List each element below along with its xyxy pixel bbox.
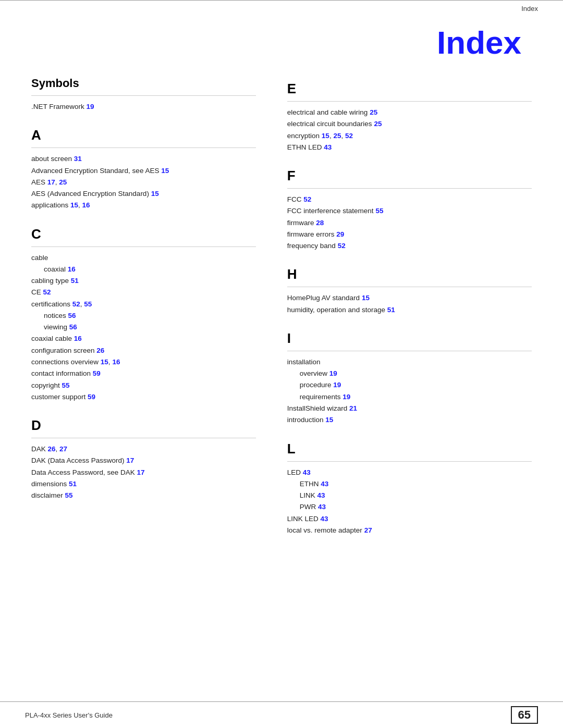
entry-notices: notices 56 (31, 310, 256, 322)
entry-humidity: humidity, operation and storage 51 (287, 304, 532, 316)
entry-frequency-band: frequency band 52 (287, 240, 532, 252)
entry-cabling-type: cabling type 51 (31, 275, 256, 287)
entry-local-remote: local vs. remote adapter 27 (287, 525, 532, 536)
entry-certifications: certifications 52, 55 (31, 299, 256, 310)
main-content: Symbols .NET Framework 19 A about screen… (0, 66, 563, 539)
entry-firmware-errors: firmware errors 29 (287, 229, 532, 240)
section-d-title: D (31, 417, 256, 434)
entry-electrical-cable: electrical and cable wiring 25 (287, 107, 532, 118)
section-f-title: F (287, 168, 532, 184)
entry-installation-requirements: requirements 19 (287, 391, 532, 403)
entry-introduction: introduction 15 (287, 414, 532, 426)
entry-link-led: LINK LED 43 (287, 513, 532, 525)
section-a: A about screen 31 Advanced Encryption St… (31, 127, 256, 211)
entry-data-access-password: Data Access Password, see DAK 17 (31, 467, 256, 478)
entry-coaxial-cable: coaxial cable 16 (31, 333, 256, 344)
entry-contact-information: contact information 59 (31, 368, 256, 379)
entry-installshield: InstallShield wizard 21 (287, 403, 532, 414)
left-column: Symbols .NET Framework 19 A about screen… (31, 66, 272, 539)
page-title: Index (0, 15, 563, 66)
entry-fcc: FCC 52 (287, 194, 532, 205)
section-a-title: A (31, 127, 256, 143)
entry-firmware: firmware 28 (287, 217, 532, 229)
entry-configuration-screen: configuration screen 26 (31, 345, 256, 356)
entry-applications: applications 15, 16 (31, 200, 256, 211)
entry-ce: CE 52 (31, 287, 256, 298)
page-number: 65 (511, 706, 538, 724)
entry-customer-support: customer support 59 (31, 391, 256, 403)
section-i: I installation overview 19 procedure 19 … (287, 330, 532, 426)
entry-led-ethn: ETHN 43 (287, 478, 532, 490)
entry-installation-procedure: procedure 19 (287, 379, 532, 391)
entry-ethn-led: ETHN LED 43 (287, 142, 532, 153)
section-symbols-title: Symbols (31, 77, 256, 90)
entry-led-link: LINK 43 (287, 490, 532, 501)
entry-aes-desc: AES (Advanced Encryption Standard) 15 (31, 188, 256, 200)
entry-dak: DAK 26, 27 (31, 443, 256, 455)
entry-dimensions: dimensions 51 (31, 478, 256, 490)
guide-name: PLA-4xx Series User's Guide (25, 711, 113, 719)
entry-encryption: encryption 15, 25, 52 (287, 130, 532, 142)
entry-connections-overview: connections overview 15, 16 (31, 356, 256, 368)
section-d: D DAK 26, 27 DAK (Data Access Password) … (31, 417, 256, 501)
entry-net-framework: .NET Framework 19 (31, 101, 256, 113)
entry-copyright: copyright 55 (31, 380, 256, 391)
section-e-title: E (287, 81, 532, 97)
entry-electrical-circuit: electrical circuit boundaries 25 (287, 118, 532, 130)
entry-dak-desc: DAK (Data Access Password) 17 (31, 455, 256, 466)
right-column: E electrical and cable wiring 25 electri… (272, 66, 532, 539)
entry-about-screen: about screen 31 (31, 153, 256, 165)
header-text: Index (521, 5, 538, 13)
section-h: H HomePlug AV standard 15 humidity, oper… (287, 266, 532, 316)
entry-fcc-interference: FCC interference statement 55 (287, 205, 532, 217)
entry-led-pwr: PWR 43 (287, 501, 532, 513)
entry-disclaimer: disclaimer 55 (31, 490, 256, 501)
page-header: Index (0, 0, 563, 15)
section-i-title: I (287, 330, 532, 347)
entry-cable-coaxial: coaxial 16 (31, 264, 256, 275)
section-symbols: Symbols .NET Framework 19 (31, 77, 256, 113)
entry-installation-overview: overview 19 (287, 368, 532, 379)
entry-aes: AES 17, 25 (31, 177, 256, 188)
section-c-title: C (31, 226, 256, 242)
entry-aes-full: Advanced Encryption Standard, see AES 15 (31, 165, 256, 177)
section-c: C cable coaxial 16 cabling type 51 CE 52… (31, 226, 256, 403)
entry-cable: cable (31, 252, 256, 264)
entry-led: LED 43 (287, 467, 532, 478)
entry-viewing: viewing 56 (31, 322, 256, 333)
entry-homeplug: HomePlug AV standard 15 (287, 292, 532, 304)
section-f: F FCC 52 FCC interference statement 55 f… (287, 168, 532, 252)
section-l: L LED 43 ETHN 43 LINK 43 PWR 43 LINK LED… (287, 441, 532, 537)
entry-installation: installation (287, 356, 532, 368)
page-footer: PLA-4xx Series User's Guide 65 (0, 701, 563, 728)
section-l-title: L (287, 441, 532, 457)
section-h-title: H (287, 266, 532, 282)
section-e: E electrical and cable wiring 25 electri… (287, 81, 532, 153)
